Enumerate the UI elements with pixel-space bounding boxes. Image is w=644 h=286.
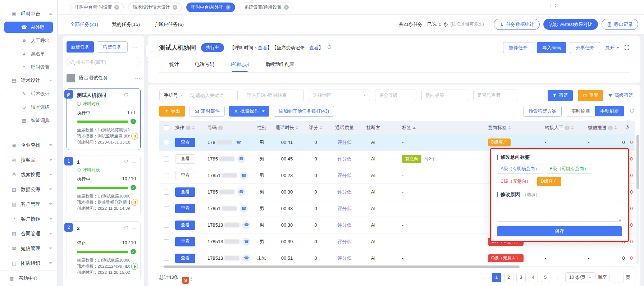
intent-tag[interactable]: D级客户 — [488, 139, 511, 146]
column-header[interactable]: 评分 — [303, 124, 328, 131]
call-schedule[interactable]: 呼叫时段 — [77, 101, 136, 107]
save-button[interactable]: 保存 — [497, 226, 622, 236]
advanced-filter-button[interactable]: 高级筛选 — [608, 92, 633, 99]
view-button[interactable]: 查看 — [175, 237, 195, 246]
call-icon[interactable]: ☎ — [237, 188, 245, 196]
sidebar-item-搜客宝[interactable]: ◎ 搜客宝 — [0, 153, 57, 167]
help-icon[interactable]: ? — [608, 126, 613, 130]
column-settings-gear-icon[interactable] — [625, 124, 630, 131]
sidebar-item-呼叫设置[interactable]: ≡ 呼叫设置 — [0, 60, 57, 74]
row-checkbox[interactable] — [164, 223, 169, 228]
sidebar-item-客户协作[interactable]: ◔ 客户协作 — [0, 212, 57, 226]
row-checkbox[interactable] — [164, 239, 169, 244]
column-header[interactable]: 通话质量 — [328, 124, 361, 131]
page-number-button[interactable]: 2 — [504, 273, 513, 282]
breadcrumb-tab[interactable]: 话术设计/话术设计 ✕ — [128, 3, 182, 12]
row-checkbox[interactable] — [164, 256, 169, 261]
sort-icon[interactable] — [614, 126, 617, 130]
taskbar-action-button[interactable]: 任务数据统计 — [494, 19, 540, 30]
view-button[interactable]: 查看 — [175, 221, 195, 230]
filter-task-button[interactable]: 筛选任务 — [97, 41, 128, 53]
collapse-list-icon[interactable]: ≡ — [147, 59, 151, 65]
view-button[interactable]: 查看 — [175, 138, 195, 147]
detail-tab[interactable]: 统计 — [169, 61, 179, 72]
row-checkbox[interactable] — [164, 206, 169, 211]
refresh-icon[interactable] — [629, 108, 635, 114]
import-numbers-button[interactable]: 导入号码 — [537, 42, 566, 53]
fullscreen-icon[interactable] — [624, 45, 630, 51]
taskbar-action-button[interactable]: AB ABtest效果对比 — [543, 19, 598, 30]
more-icon[interactable]: ··· — [131, 226, 136, 231]
filter-button[interactable]: 筛选 — [548, 90, 573, 101]
help-icon[interactable]: ? — [186, 126, 191, 130]
date-range-picker[interactable]: 呼叫开始~呼叫结束 — [243, 90, 304, 101]
jump-page-input[interactable] — [609, 273, 624, 282]
quality-link[interactable]: 评分低 — [338, 239, 352, 245]
page-number-button[interactable]: 4 — [529, 273, 538, 282]
task-card[interactable]: 1 1 ··· 呼叫时段 执行中 10 / 10 ✓ 坐席数量：1 (测试坐席1… — [67, 155, 141, 216]
call-icon[interactable]: ☎ — [240, 205, 248, 213]
score-level-select[interactable]: 评分等级 — [375, 90, 416, 101]
region-select[interactable]: 选择地区 — [309, 90, 370, 101]
pause-icon[interactable] — [131, 133, 138, 140]
detail-tab[interactable]: 通话记录 — [230, 61, 250, 72]
task-search-box[interactable] — [67, 57, 141, 67]
column-header[interactable]: 通话时长 — [271, 124, 303, 131]
call-icon[interactable]: ☎ — [242, 238, 250, 246]
intent-option[interactable]: D级客户 — [537, 177, 561, 186]
intent-option[interactable]: C级（无意向） — [497, 177, 534, 186]
refresh-icon[interactable] — [124, 225, 128, 231]
breadcrumb-tab[interactable]: 呼叫中台/呼叫设置 ✕ — [70, 3, 124, 12]
intent-tag-select[interactable]: 意向标签 — [421, 90, 468, 101]
timed-mail-button[interactable]: 定时邮件 — [189, 106, 225, 117]
sidebar-item-团队组织[interactable]: ◫ 团队组织 — [0, 256, 57, 271]
reset-button[interactable]: 重置 — [578, 90, 603, 101]
quality-link[interactable]: 评分低 — [338, 222, 352, 228]
sidebar-item-企业查找[interactable]: ◉ 企业查找 — [0, 138, 57, 153]
page-number-button[interactable]: 3 — [516, 273, 526, 282]
call-icon[interactable]: ☎ — [240, 172, 248, 180]
new-task-button[interactable]: 新建任务 — [67, 41, 94, 53]
task-scope-tab[interactable]: 子账户任务(6) — [154, 21, 184, 28]
add-to-other-task-button[interactable]: 添加到其他任务拨打(43) — [274, 106, 334, 117]
sort-icon[interactable] — [320, 126, 323, 130]
column-header[interactable]: 转接人工 ? — [540, 124, 584, 131]
column-header[interactable]: 意向标签 — [487, 124, 540, 131]
call-icon[interactable]: ☎ — [242, 221, 250, 229]
help-icon[interactable]: ? — [565, 126, 570, 130]
reason-textarea[interactable] — [497, 201, 622, 222]
quality-link[interactable]: 评分低 — [338, 205, 352, 212]
viewed-select[interactable]: 是否已查看 — [473, 90, 518, 101]
row-checkbox[interactable] — [164, 156, 169, 162]
breadcrumb-tab[interactable]: 系统设置/通用设置 ✕ — [239, 3, 293, 12]
task-search-input[interactable] — [76, 60, 137, 65]
more-icon[interactable]: ··· — [131, 93, 136, 98]
export-button[interactable]: 导出 — [159, 106, 185, 117]
row-checkbox[interactable] — [164, 173, 169, 178]
column-header[interactable]: 操作 ? — [174, 124, 206, 131]
view-call-time-link[interactable]: 查看 — [258, 45, 267, 50]
close-icon[interactable]: ✕ — [114, 5, 119, 10]
view-button[interactable]: 查看 — [175, 171, 195, 180]
horizontal-scrollbar[interactable] — [164, 265, 520, 268]
more-icon[interactable]: ⋮⋮ — [548, 3, 558, 9]
manual-refresh-option[interactable]: 手动刷新 — [595, 106, 624, 116]
view-agent-change-link[interactable]: 查看 — [309, 45, 319, 50]
sort-icon[interactable] — [192, 126, 195, 130]
sidebar-item-AI外呼[interactable]: ☎ AI外呼 — [4, 22, 53, 33]
breadcrumb-tab[interactable]: 呼叫中台/AI外呼 ✕ — [186, 3, 235, 12]
quality-link[interactable]: 评分低 — [338, 189, 352, 195]
call-icon[interactable]: ☎ — [242, 254, 250, 262]
column-header[interactable]: 微信推送 ? — [584, 124, 620, 131]
sidebar-item-智能词典[interactable]: ▦ 智能词典 — [0, 114, 57, 127]
sidebar-item-客户管理[interactable]: ▥ 客户管理 — [0, 197, 57, 212]
quality-link[interactable]: 评分低 — [338, 139, 352, 146]
column-header[interactable]: 标签 — [386, 124, 487, 131]
intent-tag[interactable]: C级（无意向） — [488, 254, 524, 262]
quality-link[interactable]: 评分低 — [338, 255, 352, 262]
vertical-scrollbar[interactable] — [636, 135, 639, 264]
column-header[interactable]: 挂断方 — [361, 124, 386, 131]
pause-task-button[interactable]: 暂停任务 — [503, 42, 533, 53]
keyword-input[interactable] — [196, 93, 232, 98]
sidebar-item-呼叫中台[interactable]: ▣ 呼叫中台 — [0, 7, 57, 21]
